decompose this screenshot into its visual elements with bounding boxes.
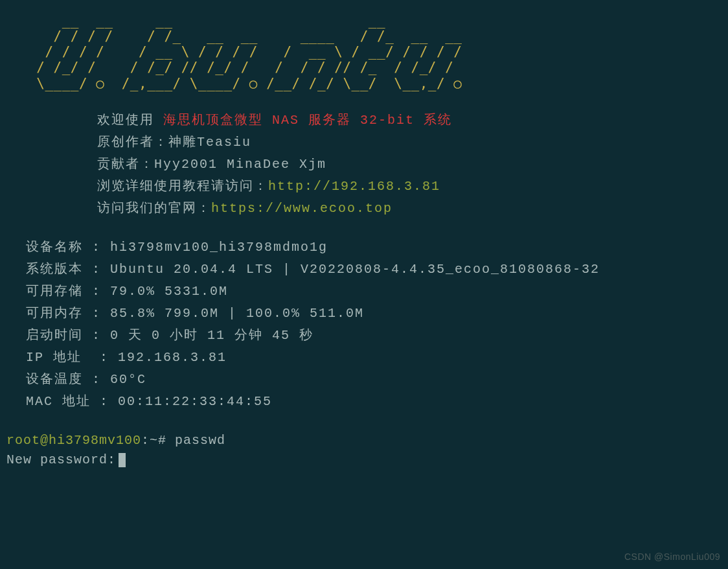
uptime-row: 启动时间 : 0 天 0 小时 11 分钟 45 秒	[26, 326, 722, 345]
system-version-label: 系统版本	[26, 260, 92, 279]
tutorial-line: 浏览详细使用教程请访问：http://192.168.3.81	[97, 177, 722, 196]
system-version-value: : Ubuntu 20.04.4 LTS | V20220808-4.4.35_…	[92, 262, 600, 277]
website-line: 访问我们的官网：https://www.ecoo.top	[97, 199, 722, 218]
contributors-line: 贡献者：Hyy2001 MinaDee Xjm	[97, 155, 722, 174]
prompt-symbol: #	[158, 433, 166, 448]
prompt-user-host: root@hi3798mv100	[6, 433, 141, 448]
device-name-label: 设备名称	[26, 238, 92, 257]
temp-label: 设备温度	[26, 370, 92, 389]
storage-label: 可用存储	[26, 282, 92, 301]
watermark: CSDN @SimonLiu009	[624, 550, 720, 564]
uptime-label: 启动时间	[26, 326, 92, 345]
welcome-highlight: 海思机顶盒微型 NAS 服务器 32-bit 系统	[154, 113, 452, 128]
ip-row: IP 地址 : 192.168.3.81	[26, 348, 722, 367]
uptime-value: : 0 天 0 小时 11 分钟 45 秒	[92, 328, 313, 343]
new-password-label: New password:	[6, 452, 116, 467]
prompt-block[interactable]: root@hi3798mv100:~# passwd New password:	[6, 431, 722, 470]
ip-value: : 192.168.3.81	[100, 350, 227, 365]
author-line: 原创作者：神雕Teasiu	[97, 133, 722, 152]
mac-label: MAC 地址	[26, 392, 100, 412]
ip-label: IP 地址	[26, 348, 100, 367]
system-version-row: 系统版本 : Ubuntu 20.04.4 LTS | V20220808-4.…	[26, 260, 722, 279]
mac-value: : 00:11:22:33:44:55	[100, 394, 272, 409]
storage-row: 可用存储 : 79.0% 5331.0M	[26, 282, 722, 301]
cursor-icon	[119, 453, 126, 467]
welcome-prefix: 欢迎使用	[97, 113, 154, 128]
command-line[interactable]: root@hi3798mv100:~# passwd	[6, 431, 722, 450]
ascii-banner: __ __ __ __ / / / / / /_ __ __ ____ / /_…	[19, 13, 722, 91]
memory-value: : 85.8% 799.0M | 100.0% 511.0M	[92, 306, 364, 321]
prompt-sep: :	[141, 433, 150, 448]
prompt-path: ~	[150, 433, 158, 448]
welcome-line-1: 欢迎使用 海思机顶盒微型 NAS 服务器 32-bit 系统	[97, 111, 722, 130]
device-name-value: : hi3798mv100_hi3798mdmo1g	[92, 240, 328, 255]
device-name-row: 设备名称 : hi3798mv100_hi3798mdmo1g	[26, 238, 722, 257]
welcome-block: 欢迎使用 海思机顶盒微型 NAS 服务器 32-bit 系统 原创作者：神雕Te…	[97, 111, 722, 218]
website-prefix: 访问我们的官网：	[97, 201, 211, 216]
system-info-block: 设备名称 : hi3798mv100_hi3798mdmo1g 系统版本 : U…	[26, 238, 722, 412]
storage-value: : 79.0% 5331.0M	[92, 284, 228, 299]
tutorial-prefix: 浏览详细使用教程请访问：	[97, 179, 268, 194]
command-text: passwd	[175, 433, 225, 448]
memory-label: 可用内存	[26, 304, 92, 323]
mac-row: MAC 地址 : 00:11:22:33:44:55	[26, 392, 722, 412]
memory-row: 可用内存 : 85.8% 799.0M | 100.0% 511.0M	[26, 304, 722, 323]
temp-row: 设备温度 : 60°C	[26, 370, 722, 389]
tutorial-url: http://192.168.3.81	[268, 179, 440, 194]
temp-value: : 60°C	[92, 372, 146, 387]
website-url: https://www.ecoo.top	[211, 201, 392, 216]
password-prompt-line[interactable]: New password:	[6, 450, 722, 470]
